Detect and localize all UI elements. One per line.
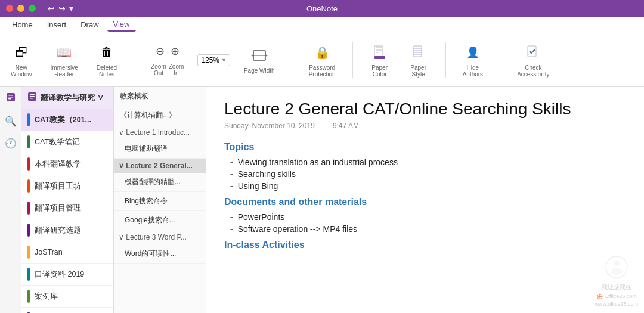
notebook-label-undergrad: 本科翻译教学 [35,159,81,169]
section-computer-translation[interactable]: 电脑辅助翻译 [114,140,206,159]
page-time: 9:47 AM [333,122,359,130]
notebook-item-thesis[interactable]: 翻硕管理 [21,308,113,313]
notebook-item-undergrad[interactable]: 本科翻译教学 [21,153,113,175]
svg-rect-17 [8,97,13,98]
section-computer-assisted[interactable]: 《计算机辅翻...》 [114,106,206,125]
password-icon[interactable]: 🔒 [312,43,332,62]
paper-color-label: PaperColor [371,64,388,78]
ribbon-paper-style[interactable]: PaperStyle [404,40,434,80]
section-lecture1-group[interactable]: ∨ Lecture 1 Introduc... [114,125,206,140]
redo-icon[interactable]: ↪ [58,4,66,13]
ribbon-divider-1 [134,42,134,78]
svg-rect-22 [30,98,33,99]
ribbon-paper-color[interactable]: PaperColor [365,40,395,80]
menu-draw[interactable]: Draw [75,18,104,31]
ribbon-deleted-notes[interactable]: 🗑 DeletedNotes [92,40,122,80]
content-area: Lecture 2 General CAT/Online Searching S… [206,87,644,313]
check-accessibility-icon[interactable] [524,43,543,62]
section-google-search[interactable]: Google搜索命... [114,211,206,230]
section-template[interactable]: 教案模板 [114,87,206,106]
recent-icon[interactable]: 🕐 [5,138,17,149]
section-lecture3-label: ∨ Lecture 3 Word P... [119,233,187,241]
main-layout: 🔍 🕐 翻译教学与研究 ∨ CAT教案（201... CAT教学笔记 本科翻译教… [0,87,644,313]
watermark: 我让放我在 ⊕ Office26.com www.office26.com [595,255,638,307]
menu-bar: Home Insert Draw View [0,17,644,33]
menu-home[interactable]: Home [6,18,39,31]
zoom-in-icon[interactable]: ⊕ [168,44,182,59]
menu-insert[interactable]: Insert [41,18,73,31]
notebook-item-cat-lesson[interactable]: CAT教案（201... [21,109,113,131]
hide-authors-icon[interactable]: 👤 [463,43,482,62]
section-word-readability-label: Word的可读性... [125,249,176,259]
section-machine-translation-label: 機器翻譯的精髓... [125,177,181,187]
notebook-item-project-lab[interactable]: 翻译项目工坊 [21,175,113,197]
notebook-icon[interactable] [5,92,16,105]
page-width-icon[interactable] [250,46,269,65]
topic-label-1: Viewing translation as an industrial pro… [238,157,398,167]
check-accessibility-label: CheckAccessibility [517,64,549,78]
notebook-header[interactable]: 翻译教学与研究 ∨ [21,87,113,109]
ribbon-password[interactable]: 🔒 PasswordProtection [304,40,340,80]
window-controls[interactable] [6,5,36,12]
notebook-item-research[interactable]: 翻译研究选题 [21,219,113,241]
section-lecture2-label: ∨ Lecture 2 General... [119,162,193,170]
section-google-search-label: Google搜索命... [125,215,175,225]
maximize-button[interactable] [29,5,36,12]
section-lecture3-group[interactable]: ∨ Lecture 3 Word P... [114,230,206,244]
ribbon-new-window[interactable]: 🗗 NewWindow [6,40,37,80]
notebook-item-cases[interactable]: 案例库 [21,286,113,308]
paper-color-icon[interactable] [370,43,389,62]
svg-rect-21 [30,96,35,97]
notebook-item-project-mgmt[interactable]: 翻译项目管理 [21,197,113,219]
password-label: PasswordProtection [309,64,336,78]
deleted-notes-icon[interactable]: 🗑 [97,43,116,62]
ribbon-check-accessibility[interactable]: CheckAccessibility [512,40,554,80]
search-icon[interactable]: 🔍 [5,116,17,127]
immersive-reader-icon[interactable]: 📖 [55,43,74,62]
more-icon[interactable]: ▾ [69,4,73,13]
zoom-out-icon[interactable]: ⊖ [153,44,167,59]
zoom-dropdown-icon[interactable]: ▼ [221,57,227,63]
ribbon-zoom-out[interactable]: ⊖ ⊕ ZoomOut ZoomIn [146,41,188,79]
svg-rect-16 [8,95,13,96]
section-machine-translation[interactable]: 機器翻譯的精髓... [114,173,206,192]
undo-icon[interactable]: ↩ [48,4,55,13]
topic-label-3: Using Bing [238,181,278,191]
topic-label-2: Searching skills [238,169,296,179]
sidebar-icons: 🔍 🕐 [0,87,21,313]
section-lecture2-group[interactable]: ∨ Lecture 2 General... [114,159,206,173]
ribbon-page-width[interactable]: Page Width [239,43,280,77]
notebook-list: 翻译教学与研究 ∨ CAT教案（201... CAT教学笔记 本科翻译教学 翻译… [21,87,114,313]
section-word-readability[interactable]: Word的可读性... [114,244,206,264]
undo-redo-controls[interactable]: ↩ ↪ ▾ [48,4,73,13]
zoom-value-input[interactable]: 125% ▼ [197,54,230,66]
watermark-brand: ⊕ Office26.com [596,292,637,301]
notebook-item-oral[interactable]: 口译资料 2019 [21,264,113,286]
notebook-label-research: 翻译研究选题 [35,225,81,235]
notebook-item-jostran[interactable]: JoSTran [21,241,113,264]
immersive-reader-label: ImmersiveReader [51,64,78,78]
notebook-color-oral [27,268,30,281]
section-bing-search-label: Bing搜索命令 [125,196,168,206]
ribbon-divider-2 [292,42,292,78]
notebook-label-project-lab: 翻译项目工坊 [35,181,81,191]
ribbon-hide-authors[interactable]: 👤 HideAuthors [458,40,488,80]
minimize-button[interactable] [17,5,24,12]
ribbon-immersive-reader[interactable]: 📖 ImmersiveReader [46,40,83,80]
close-button[interactable] [6,5,13,12]
section-bing-search[interactable]: Bing搜索命令 [114,192,206,211]
notebook-color-cat-lesson [27,113,30,126]
new-window-label: NewWindow [11,64,32,78]
paper-style-icon[interactable] [409,43,428,62]
inclass-heading: In-class Activities [224,240,626,250]
page-width-label: Page Width [244,67,275,74]
notebook-item-cat-notes[interactable]: CAT教学笔记 [21,131,113,153]
svg-rect-6 [376,49,382,51]
documents-list: - PowerPoints - Software operation --> M… [230,212,626,234]
new-window-icon[interactable]: 🗗 [12,43,31,62]
zoom-out-label: ZoomOut [151,63,166,76]
ribbon-divider-4 [445,42,446,78]
notebook-color-cat-notes [27,135,30,148]
menu-view[interactable]: View [107,18,136,32]
notebook-label-oral: 口译资料 2019 [35,269,84,280]
